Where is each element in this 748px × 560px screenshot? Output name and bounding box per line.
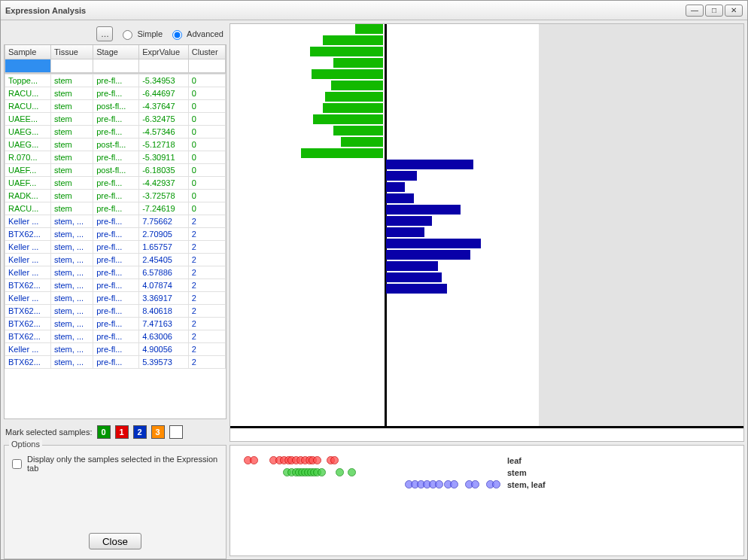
filter-tissue[interactable]	[50, 59, 93, 73]
dot	[336, 468, 344, 476]
advanced-radio[interactable]: Advanced	[169, 28, 223, 40]
left-panel: … Simple Advanced	[4, 23, 227, 442]
table-row[interactable]: RACU...stempre-fl...-6.446970	[5, 87, 226, 100]
advanced-radio-input[interactable]	[172, 30, 182, 40]
filter-stage[interactable]	[93, 59, 139, 73]
table-row[interactable]: UAEF...stempre-fl...-4.429370	[5, 177, 226, 190]
bar	[331, 81, 383, 90]
table-row[interactable]: Keller ...stem, ...pre-fl...6.578862	[5, 266, 226, 279]
close-button[interactable]: Close	[89, 533, 141, 549]
cell-cluster: 2	[188, 241, 225, 254]
bar	[323, 103, 383, 113]
close-window-button[interactable]: ✕	[725, 5, 743, 17]
cell-tissue: stem, ...	[50, 343, 93, 356]
cell-expr: -3.72578	[139, 190, 189, 202]
filter-row[interactable]	[5, 59, 226, 73]
expression-analysis-window: Expression Analysis — □ ✕ … Simple Advan…	[0, 0, 748, 560]
minimize-button[interactable]: —	[686, 5, 704, 17]
table-row[interactable]: Keller ...stem, ...pre-fl...1.657572	[5, 241, 226, 254]
table-row[interactable]: UAEE...stempre-fl...-6.324750	[5, 113, 226, 126]
table-row[interactable]: UAEG...stempost-fl...-5.127180	[5, 138, 226, 151]
maximize-button[interactable]: □	[705, 5, 723, 17]
cell-sample: BTX62...	[5, 356, 51, 369]
col-sample[interactable]: Sample	[5, 45, 51, 59]
bar	[386, 250, 470, 260]
cell-expr: 4.90056	[139, 343, 189, 356]
table-row[interactable]: BTX62...stem, ...pre-fl...5.395732	[5, 356, 226, 369]
bar	[386, 171, 417, 181]
cell-cluster: 0	[188, 190, 225, 202]
mark-clear-button[interactable]: ✖	[169, 425, 183, 439]
col-tissue[interactable]: Tissue	[50, 45, 93, 59]
table-row[interactable]: RACU...stempost-fl...-4.376470	[5, 100, 226, 113]
dot	[471, 480, 479, 488]
filter-cluster[interactable]	[188, 59, 225, 73]
col-stage[interactable]: Stage	[93, 45, 139, 59]
table-row[interactable]: BTX62...stem, ...pre-fl...2.709052	[5, 228, 226, 241]
cell-cluster: 0	[188, 164, 225, 177]
cell-cluster: 0	[188, 87, 225, 100]
table-row[interactable]: Keller ...stem, ...pre-fl...4.900562	[5, 343, 226, 356]
table-row[interactable]: Toppe...stempre-fl...-5.349530	[5, 75, 226, 87]
table-row[interactable]: UAEF...stempost-fl...-6.180350	[5, 164, 226, 177]
dot	[435, 480, 443, 488]
cell-sample: BTX62...	[5, 279, 51, 292]
table-row[interactable]: Keller ...stem, ...pre-fl...2.454052	[5, 254, 226, 266]
mark-0-button[interactable]: 0	[97, 425, 111, 439]
column-picker-button[interactable]: …	[96, 26, 113, 41]
table-row[interactable]: R.070...stempre-fl...-5.309110	[5, 151, 226, 164]
mark-1-button[interactable]: 1	[115, 425, 129, 439]
cell-sample: Keller ...	[5, 266, 51, 279]
table-row[interactable]: BTX62...stem, ...pre-fl...4.078742	[5, 279, 226, 292]
cell-stage: pre-fl...	[93, 292, 139, 305]
col-expr[interactable]: ExprValue	[139, 45, 189, 59]
cell-sample: RADK...	[5, 190, 51, 202]
table-row[interactable]: UAEG...stempre-fl...-4.573460	[5, 126, 226, 138]
table-header-row[interactable]: Sample Tissue Stage ExprValue Cluster	[5, 45, 226, 59]
bar	[313, 114, 383, 124]
display-only-selected-checkbox[interactable]: Display only the samples selected in the…	[9, 455, 221, 473]
cell-sample: BTX62...	[5, 305, 51, 318]
cell-sample: UAEE...	[5, 113, 51, 126]
cell-sample: BTX62...	[5, 318, 51, 330]
titlebar[interactable]: Expression Analysis — □ ✕	[1, 1, 747, 20]
table-row[interactable]: Keller ...stem, ...pre-fl...7.756622	[5, 215, 226, 228]
advanced-radio-label: Advanced	[187, 29, 223, 38]
table-row[interactable]: BTX62...stem, ...pre-fl...4.630062	[5, 330, 226, 343]
cell-tissue: stem, ...	[50, 330, 93, 343]
filter-expr[interactable]	[139, 59, 189, 73]
cell-stage: pre-fl...	[93, 241, 139, 254]
cell-tissue: stem	[50, 138, 93, 151]
mark-3-button[interactable]: 3	[151, 425, 165, 439]
mark-2-button[interactable]: 2	[133, 425, 147, 439]
table-row[interactable]: BTX62...stem, ...pre-fl...8.406182	[5, 305, 226, 318]
cell-sample: Keller ...	[5, 241, 51, 254]
table-row[interactable]: RACU...stempre-fl...-7.246190	[5, 202, 226, 215]
display-only-selected-input[interactable]	[12, 459, 22, 469]
cell-expr: -6.32475	[139, 113, 189, 126]
cell-sample: R.070...	[5, 151, 51, 164]
table-row[interactable]: RADK...stempre-fl...-3.725780	[5, 190, 226, 202]
bar	[341, 137, 383, 147]
cell-sample: RACU...	[5, 87, 51, 100]
cell-stage: post-fl...	[93, 138, 139, 151]
bar	[310, 47, 383, 56]
col-cluster[interactable]: Cluster	[188, 45, 225, 59]
simple-radio[interactable]: Simple	[119, 28, 163, 40]
cell-tissue: stem, ...	[50, 254, 93, 266]
table-scroll[interactable]: Toppe...stempre-fl...-5.349530RACU...ste…	[5, 73, 226, 418]
bar	[386, 272, 442, 282]
filter-sample[interactable]	[5, 59, 51, 73]
cell-cluster: 0	[188, 113, 225, 126]
table-row[interactable]: Keller ...stem, ...pre-fl...3.369172	[5, 292, 226, 305]
table-row[interactable]: BTX62...stem, ...pre-fl...7.471632	[5, 318, 226, 330]
cell-stage: pre-fl...	[93, 318, 139, 330]
simple-radio-input[interactable]	[123, 30, 132, 40]
cell-tissue: stem	[50, 164, 93, 177]
cell-cluster: 2	[188, 279, 225, 292]
bar	[386, 261, 438, 271]
bar	[355, 24, 384, 34]
cell-cluster: 0	[188, 126, 225, 138]
cell-tissue: stem	[50, 113, 93, 126]
cell-sample: RACU...	[5, 100, 51, 113]
